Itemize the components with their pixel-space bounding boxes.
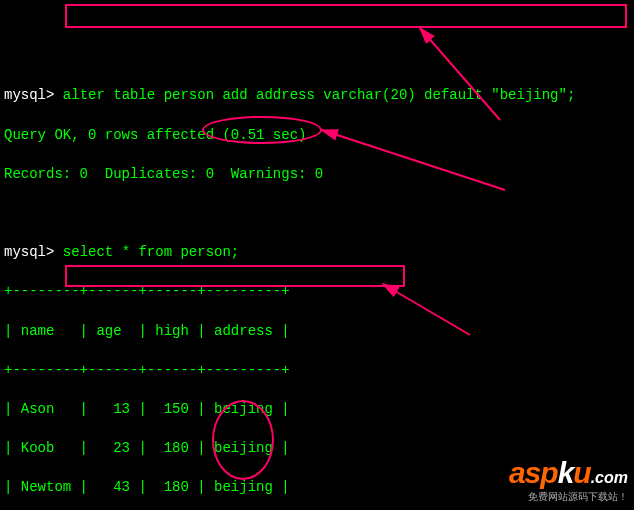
cmd-select-1: select * from person;	[63, 244, 239, 260]
watermark: aspku.com 免费网站源码下载站！	[509, 452, 628, 504]
mysql-prompt: mysql>	[4, 244, 54, 260]
watermark-brand: aspku	[509, 456, 591, 489]
result-line: Records: 0 Duplicates: 0 Warnings: 0	[4, 165, 630, 185]
highlight-box-add-cmd	[65, 4, 627, 28]
mysql-prompt: mysql>	[4, 87, 54, 103]
table-row: | Ason | 13 | 150 | beijing |	[4, 400, 630, 420]
watermark-u: u	[573, 456, 590, 489]
watermark-k: k	[558, 456, 574, 489]
arrow-to-add-cmd	[420, 28, 500, 120]
watermark-dotcom: .com	[591, 469, 628, 486]
result-line: Query OK, 0 rows affected (0.51 sec)	[4, 126, 630, 146]
watermark-asp: asp	[509, 456, 558, 489]
cmd-alter-add: alter table person add address varchar(2…	[63, 87, 575, 103]
table-border: +--------+------+------+---------+	[4, 282, 630, 302]
cmd-line-1: mysql> alter table person add address va…	[4, 86, 630, 106]
table-header: | name | age | high | address |	[4, 322, 630, 342]
cmd-line-2: mysql> select * from person;	[4, 243, 630, 263]
table-border: +--------+------+------+---------+	[4, 361, 630, 381]
watermark-subtitle: 免费网站源码下载站！	[509, 490, 628, 504]
